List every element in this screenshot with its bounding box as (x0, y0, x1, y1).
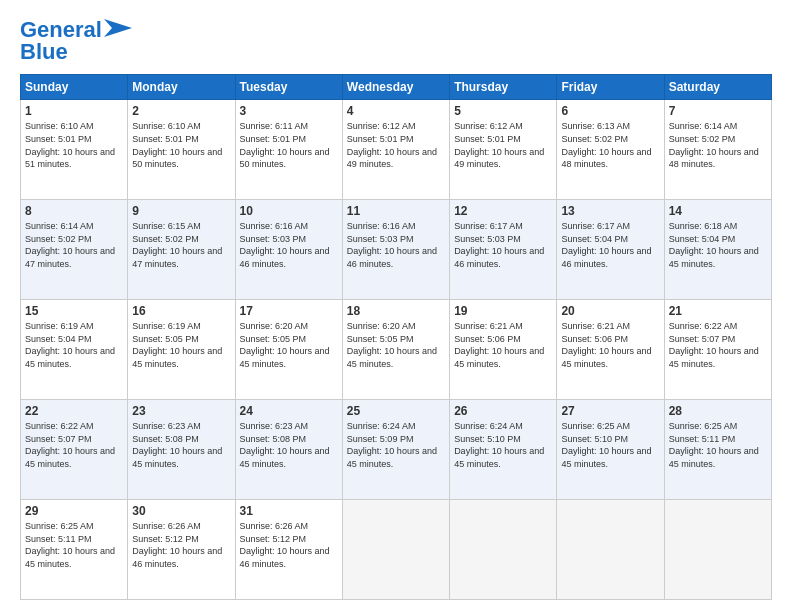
day-number: 24 (240, 404, 338, 418)
day-number: 15 (25, 304, 123, 318)
day-number: 9 (132, 204, 230, 218)
day-info: Sunrise: 6:15 AMSunset: 5:02 PMDaylight:… (132, 221, 222, 269)
day-number: 28 (669, 404, 767, 418)
day-number: 26 (454, 404, 552, 418)
day-number: 1 (25, 104, 123, 118)
day-info: Sunrise: 6:12 AMSunset: 5:01 PMDaylight:… (347, 121, 437, 169)
day-info: Sunrise: 6:20 AMSunset: 5:05 PMDaylight:… (240, 321, 330, 369)
day-info: Sunrise: 6:22 AMSunset: 5:07 PMDaylight:… (669, 321, 759, 369)
day-number: 25 (347, 404, 445, 418)
calendar-cell: 14 Sunrise: 6:18 AMSunset: 5:04 PMDaylig… (664, 200, 771, 300)
calendar-cell (342, 500, 449, 600)
day-number: 6 (561, 104, 659, 118)
calendar-cell: 16 Sunrise: 6:19 AMSunset: 5:05 PMDaylig… (128, 300, 235, 400)
calendar-cell: 25 Sunrise: 6:24 AMSunset: 5:09 PMDaylig… (342, 400, 449, 500)
day-info: Sunrise: 6:18 AMSunset: 5:04 PMDaylight:… (669, 221, 759, 269)
day-number: 4 (347, 104, 445, 118)
day-number: 27 (561, 404, 659, 418)
calendar-week-row: 8 Sunrise: 6:14 AMSunset: 5:02 PMDayligh… (21, 200, 772, 300)
day-number: 18 (347, 304, 445, 318)
calendar-cell: 21 Sunrise: 6:22 AMSunset: 5:07 PMDaylig… (664, 300, 771, 400)
day-info: Sunrise: 6:20 AMSunset: 5:05 PMDaylight:… (347, 321, 437, 369)
header-row: SundayMondayTuesdayWednesdayThursdayFrid… (21, 75, 772, 100)
day-number: 10 (240, 204, 338, 218)
day-info: Sunrise: 6:16 AMSunset: 5:03 PMDaylight:… (240, 221, 330, 269)
weekday-header: Friday (557, 75, 664, 100)
calendar-cell: 30 Sunrise: 6:26 AMSunset: 5:12 PMDaylig… (128, 500, 235, 600)
day-info: Sunrise: 6:19 AMSunset: 5:05 PMDaylight:… (132, 321, 222, 369)
calendar-cell: 1 Sunrise: 6:10 AMSunset: 5:01 PMDayligh… (21, 100, 128, 200)
weekday-header: Sunday (21, 75, 128, 100)
day-info: Sunrise: 6:11 AMSunset: 5:01 PMDaylight:… (240, 121, 330, 169)
calendar-cell: 10 Sunrise: 6:16 AMSunset: 5:03 PMDaylig… (235, 200, 342, 300)
day-number: 8 (25, 204, 123, 218)
calendar-cell: 11 Sunrise: 6:16 AMSunset: 5:03 PMDaylig… (342, 200, 449, 300)
day-info: Sunrise: 6:26 AMSunset: 5:12 PMDaylight:… (240, 521, 330, 569)
calendar-cell: 22 Sunrise: 6:22 AMSunset: 5:07 PMDaylig… (21, 400, 128, 500)
day-info: Sunrise: 6:24 AMSunset: 5:10 PMDaylight:… (454, 421, 544, 469)
day-number: 17 (240, 304, 338, 318)
day-number: 23 (132, 404, 230, 418)
day-number: 20 (561, 304, 659, 318)
day-info: Sunrise: 6:12 AMSunset: 5:01 PMDaylight:… (454, 121, 544, 169)
weekday-header: Thursday (450, 75, 557, 100)
calendar-cell: 24 Sunrise: 6:23 AMSunset: 5:08 PMDaylig… (235, 400, 342, 500)
calendar-cell: 6 Sunrise: 6:13 AMSunset: 5:02 PMDayligh… (557, 100, 664, 200)
day-number: 3 (240, 104, 338, 118)
day-number: 5 (454, 104, 552, 118)
day-info: Sunrise: 6:25 AMSunset: 5:10 PMDaylight:… (561, 421, 651, 469)
day-number: 11 (347, 204, 445, 218)
logo: General Blue (20, 18, 132, 64)
calendar-cell: 27 Sunrise: 6:25 AMSunset: 5:10 PMDaylig… (557, 400, 664, 500)
day-info: Sunrise: 6:26 AMSunset: 5:12 PMDaylight:… (132, 521, 222, 569)
calendar-cell: 20 Sunrise: 6:21 AMSunset: 5:06 PMDaylig… (557, 300, 664, 400)
day-number: 14 (669, 204, 767, 218)
logo-blue: Blue (20, 40, 68, 64)
day-info: Sunrise: 6:17 AMSunset: 5:03 PMDaylight:… (454, 221, 544, 269)
calendar-cell: 23 Sunrise: 6:23 AMSunset: 5:08 PMDaylig… (128, 400, 235, 500)
day-info: Sunrise: 6:13 AMSunset: 5:02 PMDaylight:… (561, 121, 651, 169)
day-info: Sunrise: 6:25 AMSunset: 5:11 PMDaylight:… (669, 421, 759, 469)
day-info: Sunrise: 6:21 AMSunset: 5:06 PMDaylight:… (454, 321, 544, 369)
day-info: Sunrise: 6:17 AMSunset: 5:04 PMDaylight:… (561, 221, 651, 269)
calendar-week-row: 1 Sunrise: 6:10 AMSunset: 5:01 PMDayligh… (21, 100, 772, 200)
day-info: Sunrise: 6:23 AMSunset: 5:08 PMDaylight:… (240, 421, 330, 469)
calendar-cell (557, 500, 664, 600)
weekday-header: Monday (128, 75, 235, 100)
day-info: Sunrise: 6:14 AMSunset: 5:02 PMDaylight:… (25, 221, 115, 269)
calendar-cell: 3 Sunrise: 6:11 AMSunset: 5:01 PMDayligh… (235, 100, 342, 200)
calendar-cell: 17 Sunrise: 6:20 AMSunset: 5:05 PMDaylig… (235, 300, 342, 400)
weekday-header: Wednesday (342, 75, 449, 100)
calendar-cell: 8 Sunrise: 6:14 AMSunset: 5:02 PMDayligh… (21, 200, 128, 300)
logo-arrow-icon (104, 19, 132, 37)
calendar-cell: 15 Sunrise: 6:19 AMSunset: 5:04 PMDaylig… (21, 300, 128, 400)
calendar-cell: 19 Sunrise: 6:21 AMSunset: 5:06 PMDaylig… (450, 300, 557, 400)
day-info: Sunrise: 6:23 AMSunset: 5:08 PMDaylight:… (132, 421, 222, 469)
calendar-cell: 31 Sunrise: 6:26 AMSunset: 5:12 PMDaylig… (235, 500, 342, 600)
day-number: 7 (669, 104, 767, 118)
calendar-cell: 2 Sunrise: 6:10 AMSunset: 5:01 PMDayligh… (128, 100, 235, 200)
svg-marker-0 (104, 19, 132, 37)
day-number: 30 (132, 504, 230, 518)
day-number: 2 (132, 104, 230, 118)
day-info: Sunrise: 6:10 AMSunset: 5:01 PMDaylight:… (132, 121, 222, 169)
calendar-cell (450, 500, 557, 600)
logo-blue-text: Blue (20, 39, 68, 64)
weekday-header: Tuesday (235, 75, 342, 100)
header: General Blue (20, 18, 772, 64)
day-info: Sunrise: 6:22 AMSunset: 5:07 PMDaylight:… (25, 421, 115, 469)
calendar-cell: 26 Sunrise: 6:24 AMSunset: 5:10 PMDaylig… (450, 400, 557, 500)
page: General Blue SundayMondayTuesdayWednesda… (0, 0, 792, 612)
day-number: 31 (240, 504, 338, 518)
day-info: Sunrise: 6:16 AMSunset: 5:03 PMDaylight:… (347, 221, 437, 269)
calendar-cell: 28 Sunrise: 6:25 AMSunset: 5:11 PMDaylig… (664, 400, 771, 500)
calendar-cell (664, 500, 771, 600)
day-info: Sunrise: 6:25 AMSunset: 5:11 PMDaylight:… (25, 521, 115, 569)
calendar-cell: 13 Sunrise: 6:17 AMSunset: 5:04 PMDaylig… (557, 200, 664, 300)
day-info: Sunrise: 6:14 AMSunset: 5:02 PMDaylight:… (669, 121, 759, 169)
day-number: 12 (454, 204, 552, 218)
day-number: 13 (561, 204, 659, 218)
day-number: 29 (25, 504, 123, 518)
calendar-cell: 5 Sunrise: 6:12 AMSunset: 5:01 PMDayligh… (450, 100, 557, 200)
day-number: 22 (25, 404, 123, 418)
